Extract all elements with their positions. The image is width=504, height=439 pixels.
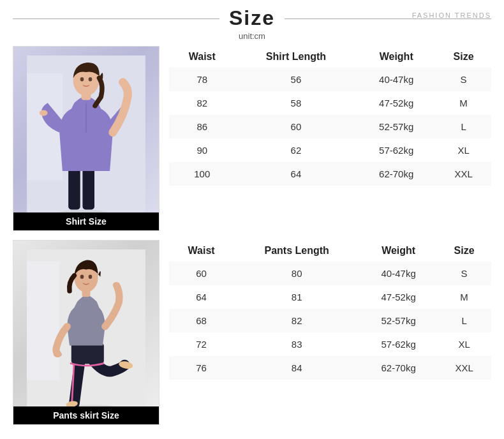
shirt-col-weight: Weight [357, 46, 436, 68]
pants-section: Pants skirt Size Waist Pants Length Weig… [13, 240, 491, 425]
shirt-size-0: S [436, 68, 491, 91]
svg-rect-3 [68, 168, 80, 209]
shirt-table-row: 90 62 57-62kg XL [169, 138, 491, 162]
pants-weight-1: 47-52kg [360, 285, 437, 309]
shirt-figure-svg [22, 56, 150, 221]
svg-point-14 [54, 352, 62, 357]
pants-table-row: 64 81 47-52kg M [169, 285, 491, 309]
pants-col-size: Size [437, 240, 491, 262]
shirt-image-box: Shirt Size [13, 46, 159, 231]
shirt-image-label: Shirt Size [13, 212, 159, 230]
shirt-table-row: 82 58 47-52kg M [169, 91, 491, 115]
shirt-length-3: 62 [235, 138, 357, 162]
pants-weight-0: 40-47kg [360, 262, 437, 285]
shirt-waist-0: 78 [169, 68, 235, 91]
pants-col-waist: Waist [169, 240, 233, 262]
shirt-waist-1: 82 [169, 91, 235, 115]
shirt-col-size: Size [436, 46, 491, 68]
pants-size-table: Waist Pants Length Weight Size 60 80 40-… [169, 240, 491, 380]
svg-point-19 [89, 274, 93, 279]
pants-col-weight: Weight [360, 240, 437, 262]
pants-length-1: 81 [233, 285, 360, 309]
pants-table-row: 72 83 57-62kg XL [169, 332, 491, 356]
pants-size-4: XXL [437, 356, 491, 380]
header: Size [13, 6, 491, 30]
pants-waist-0: 60 [169, 262, 233, 285]
shirt-size-table: Waist Shirt Length Weight Size 78 56 40-… [169, 46, 491, 186]
pants-weight-2: 52-57kg [360, 309, 437, 332]
shirt-size-3: XL [436, 138, 491, 162]
pants-figure-svg [22, 249, 150, 415]
svg-rect-13 [71, 343, 104, 364]
pants-size-2: L [437, 309, 491, 332]
shirt-length-1: 58 [235, 91, 357, 115]
svg-point-15 [113, 282, 120, 288]
pants-weight-3: 57-62kg [360, 332, 437, 356]
pants-image-box: Pants skirt Size [13, 240, 159, 425]
shirt-weight-4: 62-70kg [357, 162, 436, 186]
shirt-table-row: 78 56 40-47kg S [169, 68, 491, 91]
pants-waist-1: 64 [169, 285, 233, 309]
shirt-length-4: 64 [235, 162, 357, 186]
pants-size-1: M [437, 285, 491, 309]
shirt-weight-0: 40-47kg [357, 68, 436, 91]
shirt-waist-2: 86 [169, 115, 235, 138]
pants-table-header-row: Waist Pants Length Weight Size [169, 240, 491, 262]
pants-size-3: XL [437, 332, 491, 356]
shirt-length-2: 60 [235, 115, 357, 138]
shirt-table-row: 100 64 62-70kg XXL [169, 162, 491, 186]
svg-point-9 [89, 77, 93, 82]
shirt-size-2: L [436, 115, 491, 138]
pants-table-row: 76 84 62-70kg XXL [169, 356, 491, 380]
svg-point-8 [80, 77, 84, 82]
pants-image [13, 241, 159, 424]
pants-table-row: 68 82 52-57kg L [169, 309, 491, 332]
svg-rect-4 [82, 168, 94, 209]
pants-waist-4: 76 [169, 356, 233, 380]
shirt-section: Shirt Size Waist Shirt Length Weight Siz… [13, 46, 491, 231]
pants-waist-3: 72 [169, 332, 233, 356]
svg-point-5 [40, 110, 48, 115]
pants-length-3: 83 [233, 332, 360, 356]
pants-table-container: Waist Pants Length Weight Size 60 80 40-… [159, 240, 491, 425]
pants-table-row: 60 80 40-47kg S [169, 262, 491, 285]
svg-point-18 [80, 274, 84, 279]
shirt-weight-3: 57-62kg [357, 138, 436, 162]
pants-image-label: Pants skirt Size [13, 406, 159, 424]
shirt-weight-2: 52-57kg [357, 115, 436, 138]
shirt-col-waist: Waist [169, 46, 235, 68]
pants-size-0: S [437, 262, 491, 285]
shirt-image [13, 47, 159, 230]
shirt-table-container: Waist Shirt Length Weight Size 78 56 40-… [159, 46, 491, 231]
shirt-size-1: M [436, 91, 491, 115]
pants-length-2: 82 [233, 309, 360, 332]
shirt-length-0: 56 [235, 68, 357, 91]
pants-length-4: 84 [233, 356, 360, 380]
shirt-weight-1: 47-52kg [357, 91, 436, 115]
unit-text: unit:cm [13, 31, 491, 41]
shirt-waist-3: 90 [169, 138, 235, 162]
pants-length-0: 80 [233, 262, 360, 285]
pants-col-length: Pants Length [233, 240, 360, 262]
svg-rect-11 [27, 262, 59, 380]
shirt-col-length: Shirt Length [235, 46, 357, 68]
shirt-table-header-row: Waist Shirt Length Weight Size [169, 46, 491, 68]
shirt-waist-4: 100 [169, 162, 235, 186]
shirt-size-4: XXL [436, 162, 491, 186]
pants-waist-2: 68 [169, 309, 233, 332]
shirt-table-row: 86 60 52-57kg L [169, 115, 491, 138]
pants-weight-4: 62-70kg [360, 356, 437, 380]
page-title: Size [219, 6, 285, 30]
page-container: FASHION TRENDS Size unit:cm [0, 0, 504, 439]
